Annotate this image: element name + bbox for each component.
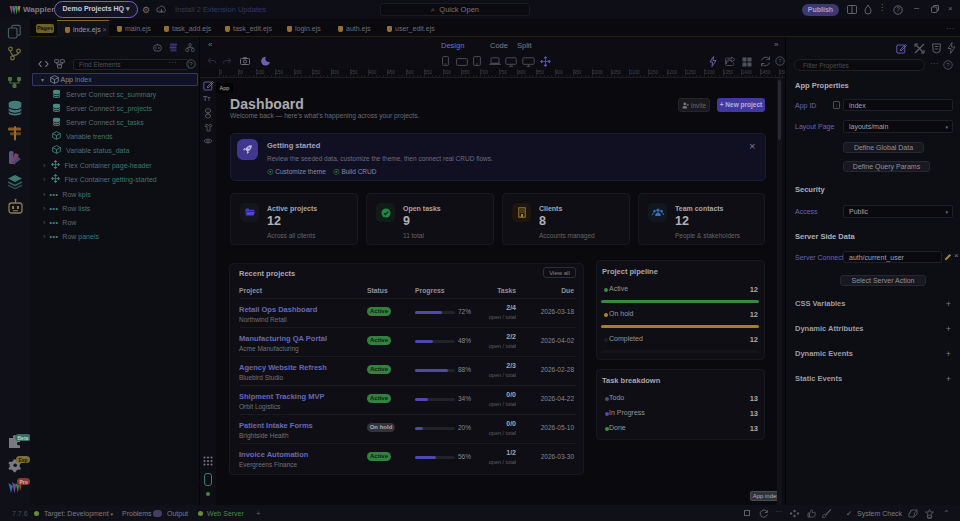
svg-text:?: ? (189, 61, 193, 67)
svg-text:?: ? (946, 62, 950, 68)
svg-text:?: ? (778, 58, 782, 64)
svg-text:?: ? (896, 6, 900, 13)
